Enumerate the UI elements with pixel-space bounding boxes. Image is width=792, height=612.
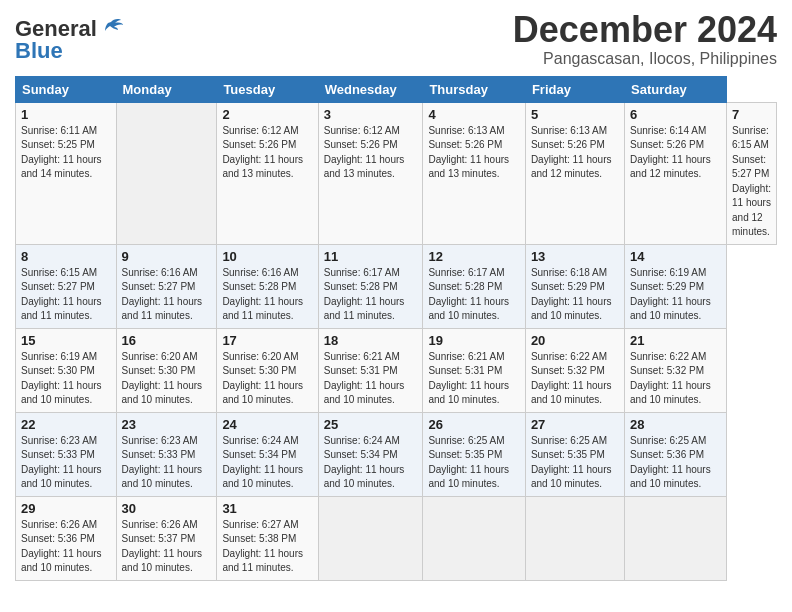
day-number: 20	[531, 333, 619, 348]
day-number: 26	[428, 417, 519, 432]
calendar-cell-25: 25Sunrise: 6:24 AMSunset: 5:34 PMDayligh…	[318, 412, 423, 496]
day-number: 22	[21, 417, 111, 432]
day-info: Sunrise: 6:23 AMSunset: 5:33 PMDaylight:…	[21, 435, 102, 490]
dow-header-sunday: Sunday	[16, 76, 117, 102]
day-info: Sunrise: 6:13 AMSunset: 5:26 PMDaylight:…	[428, 125, 509, 180]
logo-blue: Blue	[15, 38, 63, 64]
day-number: 30	[122, 501, 212, 516]
day-info: Sunrise: 6:25 AMSunset: 5:36 PMDaylight:…	[630, 435, 711, 490]
calendar-cell-27: 27Sunrise: 6:25 AMSunset: 5:35 PMDayligh…	[525, 412, 624, 496]
day-info: Sunrise: 6:20 AMSunset: 5:30 PMDaylight:…	[222, 351, 303, 406]
day-info: Sunrise: 6:15 AMSunset: 5:27 PMDaylight:…	[732, 125, 771, 238]
logo-bird-icon	[101, 18, 123, 36]
calendar-cell-empty	[625, 496, 727, 580]
day-info: Sunrise: 6:24 AMSunset: 5:34 PMDaylight:…	[324, 435, 405, 490]
day-number: 17	[222, 333, 312, 348]
day-number: 27	[531, 417, 619, 432]
calendar-cell-10: 10Sunrise: 6:16 AMSunset: 5:28 PMDayligh…	[217, 244, 318, 328]
calendar-cell-29: 29Sunrise: 6:26 AMSunset: 5:36 PMDayligh…	[16, 496, 117, 580]
header: General Blue December 2024 Pangascasan, …	[15, 10, 777, 68]
day-info: Sunrise: 6:25 AMSunset: 5:35 PMDaylight:…	[428, 435, 509, 490]
dow-header-wednesday: Wednesday	[318, 76, 423, 102]
calendar-cell-empty	[525, 496, 624, 580]
month-title: December 2024	[513, 10, 777, 50]
day-info: Sunrise: 6:11 AMSunset: 5:25 PMDaylight:…	[21, 125, 102, 180]
day-number: 15	[21, 333, 111, 348]
calendar-cell-23: 23Sunrise: 6:23 AMSunset: 5:33 PMDayligh…	[116, 412, 217, 496]
calendar-cell-7: 7Sunrise: 6:15 AMSunset: 5:27 PMDaylight…	[727, 102, 777, 244]
calendar-week-2: 8Sunrise: 6:15 AMSunset: 5:27 PMDaylight…	[16, 244, 777, 328]
day-number: 13	[531, 249, 619, 264]
calendar-cell-1: 1Sunrise: 6:11 AMSunset: 5:25 PMDaylight…	[16, 102, 117, 244]
calendar-week-1: 1Sunrise: 6:11 AMSunset: 5:25 PMDaylight…	[16, 102, 777, 244]
day-number: 18	[324, 333, 418, 348]
dow-header-saturday: Saturday	[625, 76, 727, 102]
calendar-cell-empty	[116, 102, 217, 244]
day-number: 8	[21, 249, 111, 264]
calendar-cell-11: 11Sunrise: 6:17 AMSunset: 5:28 PMDayligh…	[318, 244, 423, 328]
day-info: Sunrise: 6:20 AMSunset: 5:30 PMDaylight:…	[122, 351, 203, 406]
calendar-cell-24: 24Sunrise: 6:24 AMSunset: 5:34 PMDayligh…	[217, 412, 318, 496]
calendar-cell-30: 30Sunrise: 6:26 AMSunset: 5:37 PMDayligh…	[116, 496, 217, 580]
day-number: 29	[21, 501, 111, 516]
day-info: Sunrise: 6:12 AMSunset: 5:26 PMDaylight:…	[222, 125, 303, 180]
calendar-cell-21: 21Sunrise: 6:22 AMSunset: 5:32 PMDayligh…	[625, 328, 727, 412]
calendar-cell-empty	[423, 496, 525, 580]
day-info: Sunrise: 6:13 AMSunset: 5:26 PMDaylight:…	[531, 125, 612, 180]
day-info: Sunrise: 6:25 AMSunset: 5:35 PMDaylight:…	[531, 435, 612, 490]
day-number: 3	[324, 107, 418, 122]
calendar-cell-4: 4Sunrise: 6:13 AMSunset: 5:26 PMDaylight…	[423, 102, 525, 244]
calendar-cell-9: 9Sunrise: 6:16 AMSunset: 5:27 PMDaylight…	[116, 244, 217, 328]
day-info: Sunrise: 6:24 AMSunset: 5:34 PMDaylight:…	[222, 435, 303, 490]
day-info: Sunrise: 6:16 AMSunset: 5:27 PMDaylight:…	[122, 267, 203, 322]
day-number: 31	[222, 501, 312, 516]
day-info: Sunrise: 6:22 AMSunset: 5:32 PMDaylight:…	[531, 351, 612, 406]
logo: General Blue	[15, 16, 123, 64]
day-number: 6	[630, 107, 721, 122]
day-info: Sunrise: 6:26 AMSunset: 5:36 PMDaylight:…	[21, 519, 102, 574]
day-info: Sunrise: 6:27 AMSunset: 5:38 PMDaylight:…	[222, 519, 303, 574]
calendar-week-3: 15Sunrise: 6:19 AMSunset: 5:30 PMDayligh…	[16, 328, 777, 412]
calendar-cell-13: 13Sunrise: 6:18 AMSunset: 5:29 PMDayligh…	[525, 244, 624, 328]
calendar-cell-2: 2Sunrise: 6:12 AMSunset: 5:26 PMDaylight…	[217, 102, 318, 244]
day-number: 28	[630, 417, 721, 432]
dow-header-monday: Monday	[116, 76, 217, 102]
day-number: 1	[21, 107, 111, 122]
calendar-cell-8: 8Sunrise: 6:15 AMSunset: 5:27 PMDaylight…	[16, 244, 117, 328]
day-info: Sunrise: 6:15 AMSunset: 5:27 PMDaylight:…	[21, 267, 102, 322]
day-number: 10	[222, 249, 312, 264]
day-number: 14	[630, 249, 721, 264]
day-number: 23	[122, 417, 212, 432]
day-number: 4	[428, 107, 519, 122]
day-info: Sunrise: 6:12 AMSunset: 5:26 PMDaylight:…	[324, 125, 405, 180]
calendar-cell-20: 20Sunrise: 6:22 AMSunset: 5:32 PMDayligh…	[525, 328, 624, 412]
calendar-body: 1Sunrise: 6:11 AMSunset: 5:25 PMDaylight…	[16, 102, 777, 580]
calendar-cell-22: 22Sunrise: 6:23 AMSunset: 5:33 PMDayligh…	[16, 412, 117, 496]
day-info: Sunrise: 6:26 AMSunset: 5:37 PMDaylight:…	[122, 519, 203, 574]
calendar-cell-15: 15Sunrise: 6:19 AMSunset: 5:30 PMDayligh…	[16, 328, 117, 412]
calendar-cell-16: 16Sunrise: 6:20 AMSunset: 5:30 PMDayligh…	[116, 328, 217, 412]
days-of-week-row: SundayMondayTuesdayWednesdayThursdayFrid…	[16, 76, 777, 102]
calendar-cell-3: 3Sunrise: 6:12 AMSunset: 5:26 PMDaylight…	[318, 102, 423, 244]
calendar-cell-5: 5Sunrise: 6:13 AMSunset: 5:26 PMDaylight…	[525, 102, 624, 244]
calendar: SundayMondayTuesdayWednesdayThursdayFrid…	[15, 76, 777, 581]
day-number: 2	[222, 107, 312, 122]
day-info: Sunrise: 6:21 AMSunset: 5:31 PMDaylight:…	[324, 351, 405, 406]
calendar-week-5: 29Sunrise: 6:26 AMSunset: 5:36 PMDayligh…	[16, 496, 777, 580]
calendar-cell-31: 31Sunrise: 6:27 AMSunset: 5:38 PMDayligh…	[217, 496, 318, 580]
calendar-cell-17: 17Sunrise: 6:20 AMSunset: 5:30 PMDayligh…	[217, 328, 318, 412]
day-number: 21	[630, 333, 721, 348]
day-number: 11	[324, 249, 418, 264]
dow-header-thursday: Thursday	[423, 76, 525, 102]
day-number: 25	[324, 417, 418, 432]
calendar-cell-19: 19Sunrise: 6:21 AMSunset: 5:31 PMDayligh…	[423, 328, 525, 412]
day-info: Sunrise: 6:22 AMSunset: 5:32 PMDaylight:…	[630, 351, 711, 406]
dow-header-tuesday: Tuesday	[217, 76, 318, 102]
day-number: 12	[428, 249, 519, 264]
calendar-cell-28: 28Sunrise: 6:25 AMSunset: 5:36 PMDayligh…	[625, 412, 727, 496]
day-info: Sunrise: 6:17 AMSunset: 5:28 PMDaylight:…	[324, 267, 405, 322]
day-number: 7	[732, 107, 771, 122]
day-info: Sunrise: 6:17 AMSunset: 5:28 PMDaylight:…	[428, 267, 509, 322]
calendar-cell-12: 12Sunrise: 6:17 AMSunset: 5:28 PMDayligh…	[423, 244, 525, 328]
day-info: Sunrise: 6:19 AMSunset: 5:30 PMDaylight:…	[21, 351, 102, 406]
